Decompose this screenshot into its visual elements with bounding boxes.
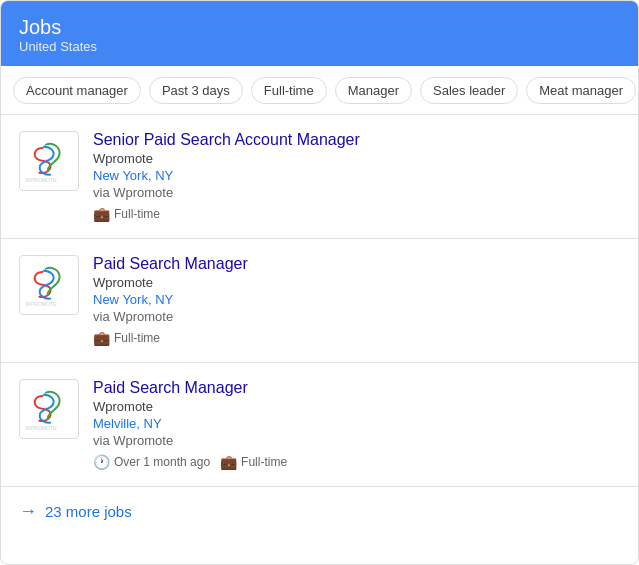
arrow-right-icon: → [19,501,37,522]
job-tag-label-1: Full-time [114,207,160,221]
job-via-3: via Wpromote [93,433,620,448]
chip-sales-leader[interactable]: Sales leader [420,77,518,104]
briefcase-icon-3: 💼 [220,454,237,470]
chip-full-time[interactable]: Full-time [251,77,327,104]
job-info-2: Paid Search Manager Wpromote New York, N… [93,255,620,346]
job-tag-age-3: 🕐 Over 1 month ago [93,454,210,470]
header-subtitle: United States [19,39,620,54]
svg-text:WPROMOTE: WPROMOTE [26,425,58,431]
job-tags-2: 💼 Full-time [93,330,620,346]
clock-icon-3: 🕐 [93,454,110,470]
svg-text:WPROMOTE: WPROMOTE [26,177,58,183]
chip-account-manager[interactable]: Account manager [13,77,141,104]
wpromote-logo-3: WPROMOTE [23,383,75,435]
job-location-1: New York, NY [93,168,620,183]
filter-row: Account manager Past 3 days Full-time Ma… [1,66,638,115]
job-location-2: New York, NY [93,292,620,307]
job-tag-label-2: Full-time [114,331,160,345]
job-item-2[interactable]: WPROMOTE Paid Search Manager Wpromote Ne… [1,239,638,363]
job-title-1: Senior Paid Search Account Manager [93,131,620,149]
job-tag-fulltime-3: 💼 Full-time [220,454,287,470]
wpromote-logo-2: WPROMOTE [23,259,75,311]
job-company-3: Wpromote [93,399,620,414]
header: Jobs United States [1,1,638,66]
job-via-2: via Wpromote [93,309,620,324]
chip-meat-manager[interactable]: Meat manager [526,77,636,104]
job-company-2: Wpromote [93,275,620,290]
briefcase-icon-2: 💼 [93,330,110,346]
more-jobs-text: 23 more jobs [45,503,132,520]
job-tag-label-3: Full-time [241,455,287,469]
job-info-1: Senior Paid Search Account Manager Wprom… [93,131,620,222]
job-title-3: Paid Search Manager [93,379,620,397]
job-location-3: Melville, NY [93,416,620,431]
job-logo-2: WPROMOTE [19,255,79,315]
job-list: WPROMOTE Senior Paid Search Account Mana… [1,115,638,487]
job-item-3[interactable]: WPROMOTE Paid Search Manager Wpromote Me… [1,363,638,487]
header-title: Jobs [19,15,620,39]
job-logo-1: WPROMOTE [19,131,79,191]
svg-text:WPROMOTE: WPROMOTE [26,301,58,307]
job-via-1: via Wpromote [93,185,620,200]
briefcase-icon-1: 💼 [93,206,110,222]
job-tags-3: 🕐 Over 1 month ago 💼 Full-time [93,454,620,470]
chip-past-3-days[interactable]: Past 3 days [149,77,243,104]
job-tags-1: 💼 Full-time [93,206,620,222]
job-item-1[interactable]: WPROMOTE Senior Paid Search Account Mana… [1,115,638,239]
job-logo-3: WPROMOTE [19,379,79,439]
job-info-3: Paid Search Manager Wpromote Melville, N… [93,379,620,470]
job-company-1: Wpromote [93,151,620,166]
more-jobs-link[interactable]: → 23 more jobs [1,487,638,536]
job-title-2: Paid Search Manager [93,255,620,273]
job-tag-fulltime-2: 💼 Full-time [93,330,160,346]
job-age-label-3: Over 1 month ago [114,455,210,469]
wpromote-logo-1: WPROMOTE [23,135,75,187]
chip-manager[interactable]: Manager [335,77,412,104]
job-tag-fulltime-1: 💼 Full-time [93,206,160,222]
